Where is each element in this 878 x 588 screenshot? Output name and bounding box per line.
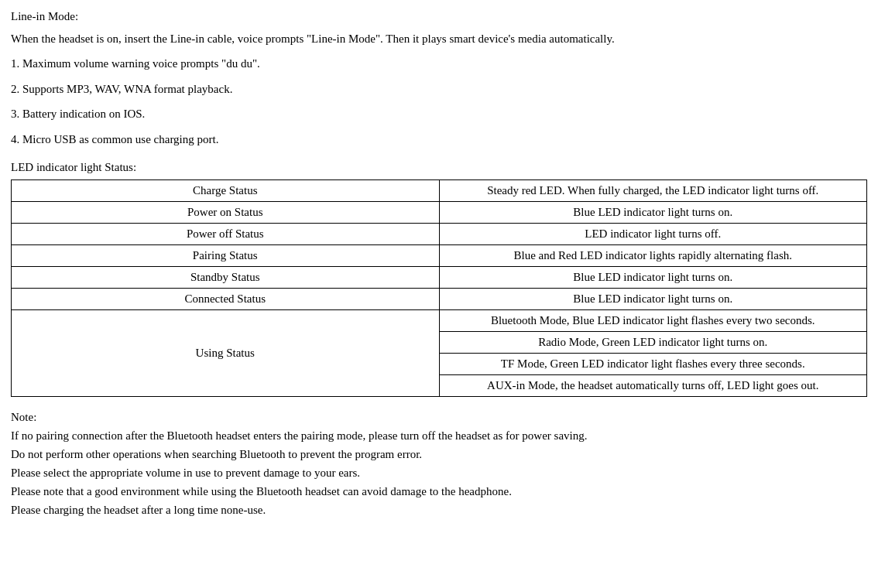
- table-row: Power off StatusLED indicator light turn…: [12, 223, 867, 244]
- description-cell: AUX-in Mode, the headset automatically t…: [439, 374, 867, 396]
- led-title: LED indicator light Status:: [11, 159, 867, 176]
- note-section: Note: If no pairing connection after the…: [11, 408, 867, 519]
- note-line-5: Please charging the headset after a long…: [11, 501, 867, 519]
- description-cell: TF Mode, Green LED indicator light flash…: [439, 353, 867, 374]
- table-row: Using StatusBluetooth Mode, Blue LED ind…: [12, 309, 867, 331]
- status-cell: Using Status: [12, 309, 440, 396]
- table-row: Connected StatusBlue LED indicator light…: [12, 288, 867, 309]
- status-cell: Power off Status: [12, 223, 440, 244]
- item-2: 2. Supports MP3, WAV, WNA format playbac…: [11, 80, 867, 98]
- status-cell: Charge Status: [12, 179, 440, 201]
- led-status-table: Charge StatusSteady red LED. When fully …: [11, 179, 867, 397]
- table-row: Power on StatusBlue LED indicator light …: [12, 201, 867, 223]
- item-1: 1. Maximum volume warning voice prompts …: [11, 55, 867, 73]
- table-row: Charge StatusSteady red LED. When fully …: [12, 179, 867, 201]
- numbered-list: 1. Maximum volume warning voice prompts …: [11, 55, 867, 148]
- item-3: 3. Battery indication on IOS.: [11, 105, 867, 123]
- description-cell: Blue and Red LED indicator lights rapidl…: [439, 244, 867, 266]
- note-line-3: Please select the appropriate volume in …: [11, 463, 867, 482]
- note-line-2: Do not perform other operations when sea…: [11, 445, 867, 463]
- table-row: Pairing StatusBlue and Red LED indicator…: [12, 244, 867, 266]
- intro-line1: Line-in Mode:: [11, 8, 867, 26]
- status-cell: Power on Status: [12, 201, 440, 223]
- status-cell: Pairing Status: [12, 244, 440, 266]
- status-cell: Connected Status: [12, 288, 440, 309]
- item-4: 4. Micro USB as common use charging port…: [11, 131, 867, 149]
- description-cell: Radio Mode, Green LED indicator light tu…: [439, 331, 867, 353]
- intro-line2: When the headset is on, insert the Line-…: [11, 30, 867, 48]
- note-title: Note:: [11, 408, 867, 426]
- description-cell: Steady red LED. When fully charged, the …: [439, 179, 867, 201]
- description-cell: Bluetooth Mode, Blue LED indicator light…: [439, 309, 867, 331]
- note-line-1: If no pairing connection after the Bluet…: [11, 426, 867, 445]
- intro-section: Line-in Mode: When the headset is on, in…: [11, 8, 867, 47]
- note-line-4: Please note that a good environment whil…: [11, 482, 867, 501]
- description-cell: Blue LED indicator light turns on.: [439, 201, 867, 223]
- description-cell: Blue LED indicator light turns on.: [439, 266, 867, 288]
- table-row: Standby StatusBlue LED indicator light t…: [12, 266, 867, 288]
- description-cell: LED indicator light turns off.: [439, 223, 867, 244]
- status-cell: Standby Status: [12, 266, 440, 288]
- description-cell: Blue LED indicator light turns on.: [439, 288, 867, 309]
